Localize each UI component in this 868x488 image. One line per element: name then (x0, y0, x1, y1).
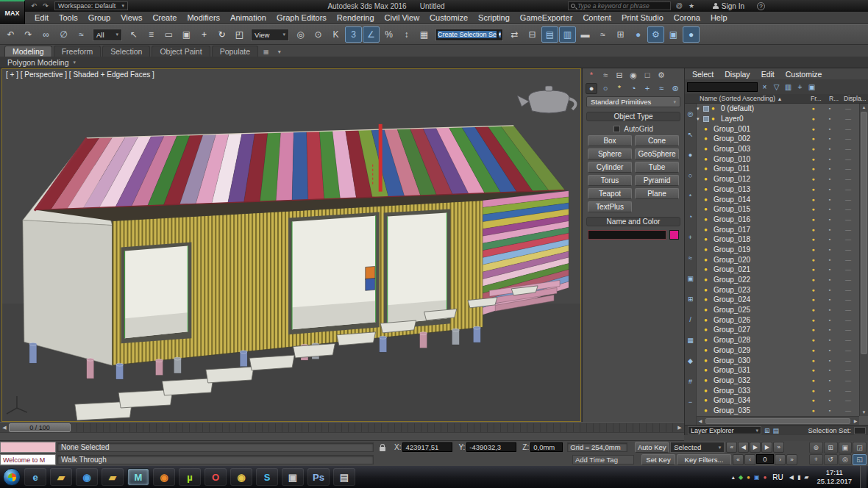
scene-group-row[interactable]: ●Group_012●▪— (697, 174, 859, 184)
primitive-teapot-button[interactable]: Teapot (588, 188, 632, 199)
render-toggle-icon[interactable]: ▪ (822, 277, 837, 282)
primitive-plane-button[interactable]: Plane (635, 188, 679, 199)
scene-group-row[interactable]: ●Group_023●▪— (697, 284, 859, 295)
tray-flag-icon[interactable]: ▰ (804, 474, 808, 481)
visibility-bulb-icon[interactable]: ● (704, 216, 712, 223)
scroll-down-icon[interactable]: ▼ (860, 409, 868, 416)
render-toggle-icon[interactable]: ▪ (822, 307, 837, 312)
scene-explorer-toggle-icon[interactable]: ▤ (541, 26, 558, 43)
render-setup-icon[interactable]: ⚙ (647, 26, 664, 43)
column-chooser-icon[interactable]: ▥ (783, 82, 794, 92)
selection-lock-button[interactable] (377, 442, 388, 453)
expand-arrow-icon[interactable]: ▾ (697, 106, 703, 112)
tray-app-icon[interactable]: ● (763, 474, 766, 481)
se-xrefs-filter-icon[interactable]: ⊞ (686, 289, 696, 309)
display-toggle-icon[interactable]: — (837, 115, 859, 122)
display-toggle-icon[interactable]: — (837, 367, 859, 373)
name-color-rollout[interactable]: Name and Color (586, 217, 680, 226)
menu-animation[interactable]: Animation (225, 13, 271, 22)
show-desktop-button[interactable] (860, 466, 867, 488)
ribbon-tab-object-paint[interactable]: Object Paint (152, 46, 210, 57)
se-select-icon[interactable]: ↖ (686, 124, 696, 145)
visibility-bulb-icon[interactable]: ● (704, 206, 712, 212)
ribbon-tab-modeling[interactable]: Modeling (4, 46, 52, 57)
render-toggle-icon[interactable]: ▪ (822, 398, 837, 403)
community-icon[interactable]: @ (676, 2, 683, 10)
render-toggle-icon[interactable]: ▪ (822, 227, 837, 232)
taskbar-utorrent[interactable]: µ (179, 468, 201, 486)
maximize-viewport-icon[interactable]: ◱ (853, 454, 867, 466)
freeze-toggle-icon[interactable]: ● (804, 106, 822, 111)
freeze-toggle-icon[interactable]: ● (804, 378, 822, 383)
search-input[interactable] (577, 2, 668, 10)
display-toggle-icon[interactable]: — (837, 296, 859, 303)
selection-filter-dropdown[interactable]: All▾ (93, 29, 122, 41)
scene-group-row[interactable]: ●Group_027●▪— (697, 325, 859, 335)
next-key-icon[interactable]: » (786, 454, 797, 465)
visibility-bulb-icon[interactable]: ● (704, 246, 712, 253)
named-sets-icon[interactable]: ▦ (416, 26, 433, 43)
render-toggle-icon[interactable]: ▪ (822, 166, 837, 171)
visibility-bulb-icon[interactable]: ● (704, 306, 712, 313)
display-toggle-icon[interactable]: — (837, 135, 859, 142)
primitive-pyramid-button[interactable]: Pyramid (635, 175, 679, 186)
viewport-3d-canvas[interactable] (2, 69, 580, 421)
object-type-rollout[interactable]: Object Type (586, 112, 680, 121)
display-toggle-icon[interactable]: — (837, 407, 859, 414)
menu-help[interactable]: Help (705, 13, 733, 22)
freeze-toggle-icon[interactable]: ● (804, 157, 822, 162)
freeze-toggle-icon[interactable]: ● (804, 277, 822, 282)
app-logo-button[interactable]: MAX (0, 0, 25, 24)
spacewarps-icon[interactable]: ≈ (655, 83, 667, 94)
display-toggle-icon[interactable]: — (837, 377, 859, 384)
undo-small-icon[interactable]: ↶ (29, 2, 38, 10)
zoom-region-icon[interactable]: ◲ (853, 442, 867, 453)
freeze-toggle-icon[interactable]: ● (804, 237, 822, 242)
zoom-all-icon[interactable]: ⊞ (824, 442, 838, 453)
column-display[interactable]: Displa... (844, 95, 868, 102)
freeze-toggle-icon[interactable]: ● (804, 116, 822, 121)
explorer-menu-customize[interactable]: Customize (786, 70, 822, 79)
primitive-tube-button[interactable]: Tube (635, 162, 679, 173)
scrollbar-thumb[interactable] (705, 418, 850, 424)
frame-back-icon[interactable]: ‹ (744, 454, 755, 465)
auto-key-button[interactable]: Auto Key (635, 442, 669, 453)
render-toggle-icon[interactable]: ▪ (822, 337, 837, 342)
visibility-bulb-icon[interactable]: ● (711, 105, 719, 112)
menu-gameexporter[interactable]: GameExporter (515, 13, 578, 22)
freeze-toggle-icon[interactable]: ● (804, 307, 822, 312)
display-toggle-icon[interactable]: — (837, 287, 859, 293)
render-toggle-icon[interactable]: ▪ (822, 327, 837, 332)
display-toggle-icon[interactable]: — (837, 105, 859, 112)
scene-group-row[interactable]: ●Group_024●▪— (697, 295, 859, 305)
title-search[interactable] (568, 1, 671, 10)
render-toggle-icon[interactable]: ▪ (822, 116, 837, 121)
primitive-torus-button[interactable]: Torus (588, 175, 632, 186)
create-tab-icon[interactable]: * (586, 70, 597, 81)
visibility-bulb-icon[interactable]: ● (704, 317, 712, 323)
scene-group-row[interactable]: ●Group_010●▪— (697, 154, 859, 164)
keyboard-override-icon[interactable]: K (327, 26, 344, 43)
selection-set-field[interactable] (854, 427, 866, 434)
visibility-bulb-icon[interactable]: ● (704, 226, 712, 233)
menu-civil-view[interactable]: Civil View (380, 13, 424, 22)
explorer-lock-icon[interactable]: ▤ (773, 427, 780, 434)
rendered-frame-icon[interactable]: ▣ (665, 26, 682, 43)
display-toggle-icon[interactable]: — (837, 397, 859, 403)
visibility-bulb-icon[interactable]: ● (704, 387, 712, 394)
scroll-up-icon[interactable]: ▲ (860, 104, 868, 111)
render-toggle-icon[interactable]: ▪ (822, 267, 837, 272)
taskbar-notepad[interactable]: ▤ (333, 468, 355, 486)
display-toggle-icon[interactable]: — (837, 186, 859, 193)
visibility-bulb-icon[interactable]: ● (704, 287, 712, 293)
menu-graph-editors[interactable]: Graph Editors (271, 13, 332, 22)
utilities-tab-icon[interactable]: ⚙ (655, 70, 667, 81)
explorer-menu-select[interactable]: Select (692, 70, 714, 79)
fov-icon[interactable]: ◎ (839, 454, 853, 466)
visibility-bulb-icon[interactable]: ● (704, 156, 712, 162)
primitive-box-button[interactable]: Box (588, 135, 632, 146)
sign-in-button[interactable]: Sign In (713, 2, 744, 10)
viewport-perspective[interactable]: [ + ] [ Perspective ] [ Shaded + Edged F… (1, 68, 581, 422)
visibility-bulb-icon[interactable]: ● (704, 256, 712, 263)
tray-update-icon[interactable]: ● (747, 474, 750, 481)
